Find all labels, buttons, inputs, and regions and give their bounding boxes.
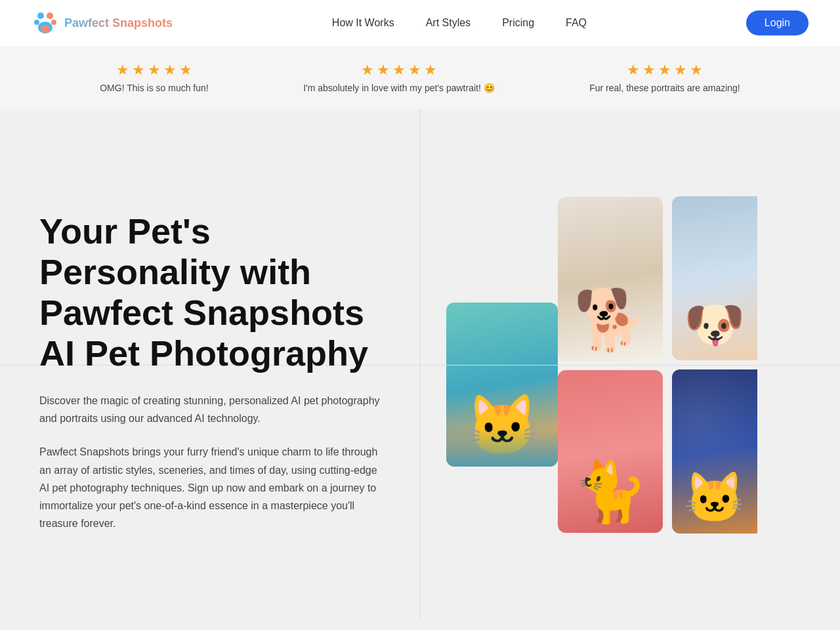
- logo-text: Pawfect Snapshots: [64, 16, 173, 30]
- svg-point-5: [41, 25, 50, 33]
- nav-art-styles[interactable]: Art Styles: [426, 17, 471, 29]
- login-button[interactable]: Login: [746, 10, 808, 35]
- star: ★: [392, 62, 406, 79]
- svg-point-2: [34, 20, 39, 25]
- logo-icon: [32, 9, 59, 37]
- review-text-3: Fur real, these portraits are amazing!: [589, 83, 740, 93]
- pet-photo-cat-kimono: 🐈: [558, 370, 663, 533]
- nav-links: How It Works Art Styles Pricing FAQ: [332, 17, 587, 29]
- star: ★: [627, 62, 640, 79]
- star: ★: [642, 62, 656, 79]
- star: ★: [179, 62, 192, 79]
- hero-desc2: Pawfect Snapshots brings your furry frie…: [39, 443, 387, 532]
- pet-photo-cat-underwater: 🐱: [446, 303, 558, 467]
- nav-faq[interactable]: FAQ: [566, 17, 587, 29]
- star: ★: [361, 62, 374, 79]
- art-overlay: [672, 369, 757, 534]
- star: ★: [377, 62, 390, 79]
- pet-photo-cat-art: 🐱: [672, 369, 757, 534]
- nav-pricing[interactable]: Pricing: [502, 17, 534, 29]
- review-item: ★ ★ ★ ★ ★ OMG! This is so much fun!: [100, 62, 208, 93]
- star: ★: [690, 62, 703, 79]
- dog-emoji: 🐕: [574, 285, 647, 354]
- pet-photo-dog-realistic: 🐕: [558, 197, 663, 361]
- svg-point-0: [37, 12, 44, 19]
- star: ★: [658, 62, 671, 79]
- cat-kimono-emoji: 🐈: [574, 457, 647, 526]
- stars-3: ★ ★ ★ ★ ★: [627, 62, 703, 79]
- pet-photo-dog-partial: 🐶: [672, 196, 757, 360]
- review-item: ★ ★ ★ ★ ★ I'm absolutely in love with my…: [303, 62, 495, 93]
- review-item: ★ ★ ★ ★ ★ Fur real, these portraits are …: [589, 62, 740, 93]
- svg-point-3: [51, 20, 56, 25]
- svg-point-1: [47, 12, 53, 19]
- star: ★: [148, 62, 161, 79]
- water-overlay: [446, 427, 558, 467]
- review-text-2: I'm absolutely in love with my pet's paw…: [303, 83, 495, 93]
- review-text-1: OMG! This is so much fun!: [100, 83, 208, 93]
- star: ★: [424, 62, 437, 79]
- hero-section: Your Pet's Personality with Pawfect Snap…: [0, 109, 840, 621]
- hero-left: Your Pet's Personality with Pawfect Snap…: [0, 109, 427, 621]
- hero-desc1: Discover the magic of creating stunning,…: [39, 392, 387, 427]
- star: ★: [163, 62, 177, 79]
- hero-title: Your Pet's Personality with Pawfect Snap…: [39, 211, 387, 373]
- star: ★: [132, 62, 145, 79]
- star: ★: [408, 62, 421, 79]
- logo[interactable]: Pawfect Snapshots: [32, 9, 173, 37]
- star: ★: [116, 62, 129, 79]
- dog-partial-emoji: 🐶: [684, 296, 746, 354]
- navbar: Pawfect Snapshots How It Works Art Style…: [0, 0, 840, 46]
- nav-how-it-works[interactable]: How It Works: [332, 17, 394, 29]
- reviews-bar: ★ ★ ★ ★ ★ OMG! This is so much fun! ★ ★ …: [0, 46, 840, 109]
- pet-images-center: 🐱: [446, 303, 558, 467]
- star: ★: [674, 62, 687, 79]
- stars-1: ★ ★ ★ ★ ★: [116, 62, 192, 79]
- stars-2: ★ ★ ★ ★ ★: [361, 62, 437, 79]
